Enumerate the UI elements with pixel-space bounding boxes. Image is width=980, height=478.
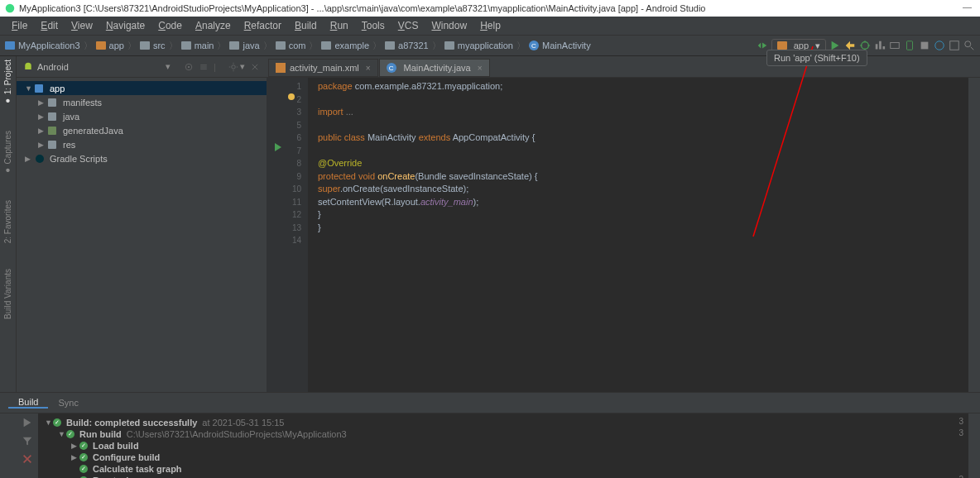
build-text: Build: completed successfully <box>66 418 197 428</box>
build-row[interactable]: ▼✓Build: completed successfullyat 2021-0… <box>38 417 952 428</box>
breadcrumb-item[interactable]: MyApplication3 <box>5 41 80 50</box>
hide-icon[interactable] <box>250 62 260 72</box>
tree-item-gradlescripts[interactable]: ▶Gradle Scripts <box>17 151 267 165</box>
sdk-icon[interactable] <box>949 40 960 51</box>
build-row[interactable]: ▶✓Run tasks <box>38 475 952 478</box>
chevron-right-icon: 〉 <box>169 40 178 52</box>
code-line: public class MainActivity extends AppCom… <box>318 131 968 145</box>
tree-arrow-icon: ▶ <box>38 141 45 149</box>
rerun-icon[interactable] <box>22 417 33 428</box>
menu-view[interactable]: View <box>65 20 99 31</box>
menu-help[interactable]: Help <box>473 20 507 31</box>
tree-item-manifests[interactable]: ▶manifests <box>17 95 267 109</box>
breadcrumb-item[interactable]: main <box>181 41 214 50</box>
avd-icon[interactable] <box>904 40 915 51</box>
folder-icon <box>181 41 191 50</box>
menu-run[interactable]: Run <box>324 20 355 31</box>
bottom-tab-sync[interactable]: Sync <box>48 398 88 408</box>
tool-buildvariants[interactable]: Build Variants <box>3 269 12 319</box>
menu-navigate[interactable]: Navigate <box>99 20 151 31</box>
profile-icon[interactable] <box>874 40 886 51</box>
run-gutter-icon[interactable] <box>273 142 283 152</box>
menu-file[interactable]: File <box>5 20 34 31</box>
tree-item-generatedjava[interactable]: ▶generatedJava <box>17 123 267 137</box>
breadcrumb-item[interactable]: a87321 <box>385 41 429 50</box>
line-gutter[interactable]: 123567891011121314 <box>267 78 308 392</box>
collapse-icon[interactable] <box>199 62 209 72</box>
line-number: 5 <box>267 119 301 132</box>
bulb-icon[interactable] <box>286 93 296 103</box>
build-durations: 332 <box>952 413 968 478</box>
duration: 2 <box>957 475 963 478</box>
close-icon[interactable] <box>22 453 33 465</box>
build-text: Configure build <box>93 452 160 462</box>
build-row[interactable]: ▶✓Configure build <box>38 452 952 463</box>
tab-activity_main-xml[interactable]: activity_main.xml× <box>268 59 378 77</box>
breadcrumb-item[interactable]: java <box>229 41 259 50</box>
svg-rect-11 <box>276 63 286 73</box>
close-icon[interactable]: × <box>366 64 371 73</box>
chevron-right-icon: 〉 <box>516 40 526 52</box>
tree-item-java[interactable]: ▶java <box>17 109 267 123</box>
project-mode[interactable]: Android <box>37 62 166 72</box>
code-line: super.onCreate(savedInstanceState); <box>318 183 968 196</box>
menu-edit[interactable]: Edit <box>34 20 65 31</box>
menu-window[interactable]: Window <box>425 20 473 31</box>
build-row[interactable]: ▼✓Run build C:\Users\87321\AndroidStudio… <box>38 428 952 440</box>
svg-rect-3 <box>907 41 913 50</box>
breadcrumb-item[interactable]: CMainActivity <box>529 41 591 50</box>
editor-tabs: activity_main.xml×CMainActivity.java× <box>267 56 980 78</box>
menu-analyze[interactable]: Analyze <box>189 20 238 31</box>
build-dim-text: at 2021-05-31 15:15 <box>202 418 284 428</box>
sync-icon[interactable] <box>934 40 945 51</box>
dropdown-icon[interactable]: ▾ <box>240 61 245 72</box>
tool-captures[interactable]: ● Captures <box>3 131 12 175</box>
tree-arrow-icon: ▶ <box>71 442 79 450</box>
tree-item-app[interactable]: ▼app <box>17 81 267 95</box>
build-dim-text: C:\Users\87321\AndroidStudioProjects\MyA… <box>127 429 347 439</box>
gradle-icon <box>35 154 46 164</box>
target-icon[interactable] <box>184 62 194 72</box>
search-icon[interactable] <box>963 40 975 51</box>
gear-icon[interactable] <box>228 62 238 72</box>
menu-refactor[interactable]: Refactor <box>238 20 288 31</box>
breadcrumb-item[interactable]: src <box>140 41 166 50</box>
folder-icon <box>321 41 331 50</box>
bottom-tab-build[interactable]: Build <box>8 397 48 409</box>
attach-icon[interactable] <box>889 40 901 51</box>
breadcrumb[interactable]: MyApplication3〉app〉src〉main〉java〉com〉exa… <box>5 40 757 52</box>
chevron-right-icon: 〉 <box>309 40 318 52</box>
project-tree[interactable]: ▼app▶manifests▶java▶generatedJava▶res▶Gr… <box>17 78 267 392</box>
code-line <box>318 93 968 107</box>
breadcrumb-item[interactable]: myapplication <box>444 41 513 50</box>
code-editor[interactable]: package com.example.a87321.myapplication… <box>308 78 968 392</box>
tree-item-res[interactable]: ▶res <box>17 137 267 151</box>
window-controls[interactable]: — <box>963 2 972 12</box>
breadcrumb-item[interactable]: com <box>276 41 306 50</box>
folder-icon <box>385 41 395 50</box>
close-icon[interactable]: × <box>478 64 483 73</box>
dropdown-icon[interactable]: ▾ <box>166 61 171 72</box>
tool-project[interactable]: ● 1: Project <box>3 60 12 106</box>
tool-favorites[interactable]: 2: Favorites <box>3 200 12 243</box>
svg-point-6 <box>965 41 971 47</box>
build-tree[interactable]: ▼✓Build: completed successfullyat 2021-0… <box>38 413 952 478</box>
breadcrumb-item[interactable]: app <box>96 41 124 50</box>
menu-build[interactable]: Build <box>288 20 324 31</box>
breadcrumb-item[interactable]: example <box>321 41 369 50</box>
stop-icon[interactable] <box>919 40 930 51</box>
duration <box>957 440 963 452</box>
menu-code[interactable]: Code <box>151 20 189 31</box>
build-row[interactable]: ✓Calculate task graph <box>38 463 952 475</box>
filter-icon[interactable] <box>22 435 33 447</box>
build-row[interactable]: ▶✓Load build <box>38 440 952 452</box>
tab-MainActivity-java[interactable]: CMainActivity.java× <box>379 59 490 77</box>
menu-tools[interactable]: Tools <box>355 20 392 31</box>
separator: | <box>214 62 223 72</box>
svg-point-8 <box>188 65 190 67</box>
menu-vcs[interactable]: VCS <box>392 20 425 31</box>
status-ok-icon: ✓ <box>53 418 61 427</box>
build-icon[interactable] <box>757 40 768 51</box>
project-panel-header: Android ▾ | ▾ <box>17 56 267 78</box>
build-text: Calculate task graph <box>93 464 182 474</box>
